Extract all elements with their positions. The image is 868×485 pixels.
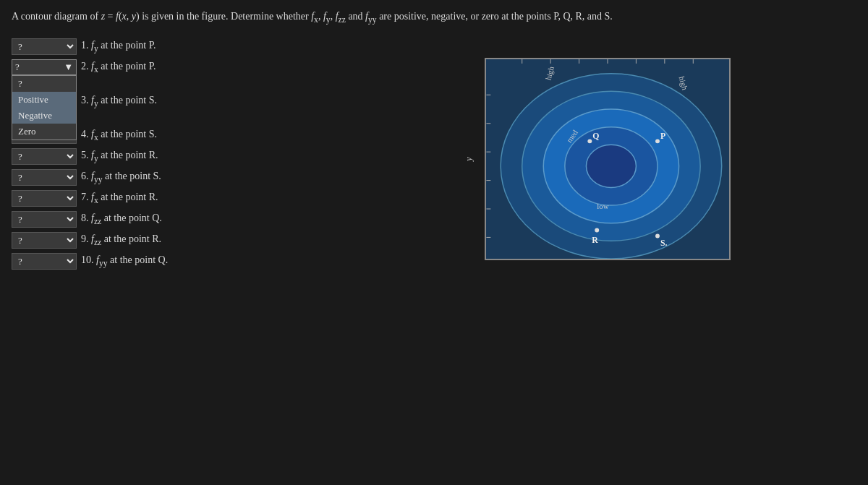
point-S-label: S. (660, 239, 668, 249)
q5-dropdown[interactable]: ? Positive Negative Zero (12, 148, 77, 165)
q7-dropdown[interactable]: ? Positive Negative Zero (12, 190, 77, 207)
contour-svg: high high med low Q P R (486, 59, 729, 259)
q2-dropdown-wrapper[interactable]: ? ▼ ? Positive Negative Zero (12, 59, 77, 75)
point-S-dot (655, 234, 660, 239)
point-P-dot (655, 140, 660, 144)
low-label: low (597, 202, 608, 210)
question-row-9: ? Positive Negative Zero 9. fzz at the p… (12, 230, 344, 251)
q10-dropdown[interactable]: ? Positive Negative Zero (12, 253, 77, 270)
q2-chevron-icon: ▼ (64, 61, 73, 73)
y-axis-label: y (464, 158, 475, 161)
q6-label: 6. fyy at the point S. (81, 171, 161, 184)
questions-panel: ? Positive Negative Zero 1. fy at the po… (12, 36, 344, 272)
question-row-5: ? Positive Negative Zero 5. fy at the po… (12, 146, 344, 167)
q2-option-negative[interactable]: Negative (12, 108, 76, 124)
point-R-dot (595, 228, 599, 233)
point-R-label: R (592, 236, 598, 246)
question-row-2: ? ▼ ? Positive Negative Zero 2. fx at th… (12, 57, 344, 77)
high-right-label: high (678, 75, 690, 91)
q1-label: 1. fy at the point P. (81, 40, 156, 53)
question-row-6: ? Positive Negative Zero 6. fyy at the p… (12, 167, 344, 188)
question-row-1: ? Positive Negative Zero 1. fy at the po… (12, 36, 344, 57)
question-row-8: ? Positive Negative Zero 8. fzz at the p… (12, 209, 344, 230)
q8-dropdown[interactable]: ? Positive Negative Zero (12, 211, 77, 228)
q1-dropdown[interactable]: ? Positive Negative Zero (12, 38, 77, 55)
q8-label: 8. fzz at the point Q. (81, 213, 162, 226)
q2-option-question[interactable]: ? (12, 76, 76, 92)
q2-option-zero[interactable]: Zero (12, 124, 76, 140)
point-Q-dot (587, 140, 592, 144)
q4-label: 4. fx at the point S. (81, 129, 157, 142)
q6-dropdown[interactable]: ? Positive Negative Zero (12, 169, 77, 186)
q5-label: 5. fy at the point R. (81, 150, 158, 163)
q7-label: 7. fx at the point R. (81, 192, 158, 205)
problem-statement: A contour diagram of z = f(x, y) is give… (12, 9, 856, 26)
point-Q-label: Q (592, 132, 599, 142)
point-P-label: P (660, 132, 665, 142)
high-left-label: high (543, 65, 556, 81)
q2-label: 2. fx at the point P. (81, 61, 156, 74)
q1-dropdown-wrapper: ? Positive Negative Zero (12, 38, 77, 55)
questions-list: ? Positive Negative Zero 1. fy at the po… (12, 36, 344, 272)
q2-open-dropdown[interactable]: ? Positive Negative Zero (12, 75, 77, 140)
contour-diagram: high high med low Q P R (485, 58, 731, 260)
q10-label: 10. fyy at the point Q. (81, 254, 168, 268)
contour-panel: y (359, 36, 856, 260)
q9-dropdown[interactable]: ? Positive Negative Zero (12, 232, 77, 249)
q2-dropdown-display[interactable]: ? ▼ (12, 59, 77, 75)
q2-option-positive[interactable]: Positive (12, 92, 76, 108)
question-row-10: ? Positive Negative Zero 10. fyy at the … (12, 251, 344, 272)
q2-selected-value: ? (15, 61, 20, 73)
q3-label: 3. fy at the point S. (81, 95, 157, 108)
q9-label: 9. fzz at the point R. (81, 233, 161, 247)
question-row-7: ? Positive Negative Zero 7. fx at the po… (12, 188, 344, 209)
